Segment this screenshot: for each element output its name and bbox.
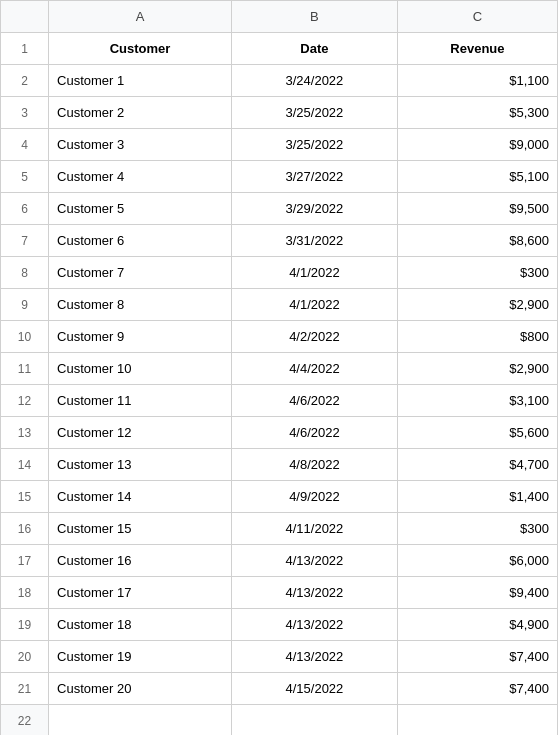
- cell-date-15[interactable]: 4/11/2022: [232, 513, 398, 545]
- cell-revenue-16[interactable]: $6,000: [397, 545, 557, 577]
- table-row: 8Customer 74/1/2022$300: [1, 257, 558, 289]
- cell-customer-8[interactable]: Customer 8: [49, 289, 232, 321]
- cell-date-3[interactable]: 3/25/2022: [232, 129, 398, 161]
- cell-customer-1[interactable]: Customer 1: [49, 65, 232, 97]
- header-row: 1 Customer Date Revenue: [1, 33, 558, 65]
- cell-revenue-20[interactable]: $7,400: [397, 673, 557, 705]
- row-num-11: 11: [1, 353, 49, 385]
- cell-revenue-17[interactable]: $9,400: [397, 577, 557, 609]
- cell-customer-16[interactable]: Customer 16: [49, 545, 232, 577]
- row-num-7: 7: [1, 225, 49, 257]
- cell-customer-14[interactable]: Customer 14: [49, 481, 232, 513]
- corner-cell: [1, 1, 49, 33]
- cell-date-5[interactable]: 3/29/2022: [232, 193, 398, 225]
- cell-date-7[interactable]: 4/1/2022: [232, 257, 398, 289]
- header-date[interactable]: Date: [232, 33, 398, 65]
- cell-revenue-11[interactable]: $3,100: [397, 385, 557, 417]
- cell-customer-5[interactable]: Customer 5: [49, 193, 232, 225]
- cell-date-4[interactable]: 3/27/2022: [232, 161, 398, 193]
- cell-customer-11[interactable]: Customer 11: [49, 385, 232, 417]
- cell-customer-2[interactable]: Customer 2: [49, 97, 232, 129]
- cell-date-9[interactable]: 4/2/2022: [232, 321, 398, 353]
- cell-revenue-6[interactable]: $8,600: [397, 225, 557, 257]
- cell-revenue-15[interactable]: $300: [397, 513, 557, 545]
- cell-date-8[interactable]: 4/1/2022: [232, 289, 398, 321]
- cell-revenue-18[interactable]: $4,900: [397, 609, 557, 641]
- col-letter-b[interactable]: B: [232, 1, 398, 33]
- cell-date-6[interactable]: 3/31/2022: [232, 225, 398, 257]
- cell-date-17[interactable]: 4/13/2022: [232, 577, 398, 609]
- row-num-10: 10: [1, 321, 49, 353]
- header-customer[interactable]: Customer: [49, 33, 232, 65]
- row-num-21: 21: [1, 673, 49, 705]
- table-row: 18Customer 174/13/2022$9,400: [1, 577, 558, 609]
- cell-date-10[interactable]: 4/4/2022: [232, 353, 398, 385]
- row-num-16: 16: [1, 513, 49, 545]
- row-num-15: 15: [1, 481, 49, 513]
- cell-customer-3[interactable]: Customer 3: [49, 129, 232, 161]
- cell-revenue-7[interactable]: $300: [397, 257, 557, 289]
- cell-date-20[interactable]: 4/15/2022: [232, 673, 398, 705]
- row-num-6: 6: [1, 193, 49, 225]
- table-row: 20Customer 194/13/2022$7,400: [1, 641, 558, 673]
- cell-date-2[interactable]: 3/25/2022: [232, 97, 398, 129]
- empty-cell-22-2[interactable]: [397, 705, 557, 736]
- cell-customer-9[interactable]: Customer 9: [49, 321, 232, 353]
- cell-customer-10[interactable]: Customer 10: [49, 353, 232, 385]
- cell-revenue-8[interactable]: $2,900: [397, 289, 557, 321]
- cell-revenue-9[interactable]: $800: [397, 321, 557, 353]
- cell-customer-19[interactable]: Customer 19: [49, 641, 232, 673]
- empty-cell-22-0[interactable]: [49, 705, 232, 736]
- cell-date-18[interactable]: 4/13/2022: [232, 609, 398, 641]
- row-num-18: 18: [1, 577, 49, 609]
- cell-revenue-4[interactable]: $5,100: [397, 161, 557, 193]
- table-row: 11Customer 104/4/2022$2,900: [1, 353, 558, 385]
- cell-customer-18[interactable]: Customer 18: [49, 609, 232, 641]
- column-letter-row: A B C: [1, 1, 558, 33]
- table-row: 2Customer 13/24/2022$1,100: [1, 65, 558, 97]
- row-num-5: 5: [1, 161, 49, 193]
- cell-customer-13[interactable]: Customer 13: [49, 449, 232, 481]
- row-num-8: 8: [1, 257, 49, 289]
- cell-date-14[interactable]: 4/9/2022: [232, 481, 398, 513]
- cell-date-1[interactable]: 3/24/2022: [232, 65, 398, 97]
- table-row: 17Customer 164/13/2022$6,000: [1, 545, 558, 577]
- cell-date-13[interactable]: 4/8/2022: [232, 449, 398, 481]
- cell-date-16[interactable]: 4/13/2022: [232, 545, 398, 577]
- header-revenue[interactable]: Revenue: [397, 33, 557, 65]
- cell-customer-15[interactable]: Customer 15: [49, 513, 232, 545]
- cell-revenue-2[interactable]: $5,300: [397, 97, 557, 129]
- row-num-2: 2: [1, 65, 49, 97]
- col-letter-c[interactable]: C: [397, 1, 557, 33]
- cell-customer-20[interactable]: Customer 20: [49, 673, 232, 705]
- cell-date-12[interactable]: 4/6/2022: [232, 417, 398, 449]
- cell-date-11[interactable]: 4/6/2022: [232, 385, 398, 417]
- cell-revenue-19[interactable]: $7,400: [397, 641, 557, 673]
- cell-customer-17[interactable]: Customer 17: [49, 577, 232, 609]
- cell-revenue-10[interactable]: $2,900: [397, 353, 557, 385]
- row-num-4: 4: [1, 129, 49, 161]
- cell-customer-4[interactable]: Customer 4: [49, 161, 232, 193]
- cell-customer-7[interactable]: Customer 7: [49, 257, 232, 289]
- table-row: 4Customer 33/25/2022$9,000: [1, 129, 558, 161]
- table-row: 7Customer 63/31/2022$8,600: [1, 225, 558, 257]
- cell-revenue-3[interactable]: $9,000: [397, 129, 557, 161]
- cell-revenue-14[interactable]: $1,400: [397, 481, 557, 513]
- table-row: 19Customer 184/13/2022$4,900: [1, 609, 558, 641]
- table-row: 14Customer 134/8/2022$4,700: [1, 449, 558, 481]
- cell-revenue-13[interactable]: $4,700: [397, 449, 557, 481]
- table-row: 9Customer 84/1/2022$2,900: [1, 289, 558, 321]
- row-num-14: 14: [1, 449, 49, 481]
- cell-customer-6[interactable]: Customer 6: [49, 225, 232, 257]
- cell-revenue-1[interactable]: $1,100: [397, 65, 557, 97]
- cell-revenue-12[interactable]: $5,600: [397, 417, 557, 449]
- spreadsheet: A B C 1 Customer Date Revenue 2Customer …: [0, 0, 558, 735]
- row-num-19: 19: [1, 609, 49, 641]
- cell-date-19[interactable]: 4/13/2022: [232, 641, 398, 673]
- empty-cell-22-1[interactable]: [232, 705, 398, 736]
- table-row: 12Customer 114/6/2022$3,100: [1, 385, 558, 417]
- row-num-22: 22: [1, 705, 49, 736]
- col-letter-a[interactable]: A: [49, 1, 232, 33]
- cell-customer-12[interactable]: Customer 12: [49, 417, 232, 449]
- cell-revenue-5[interactable]: $9,500: [397, 193, 557, 225]
